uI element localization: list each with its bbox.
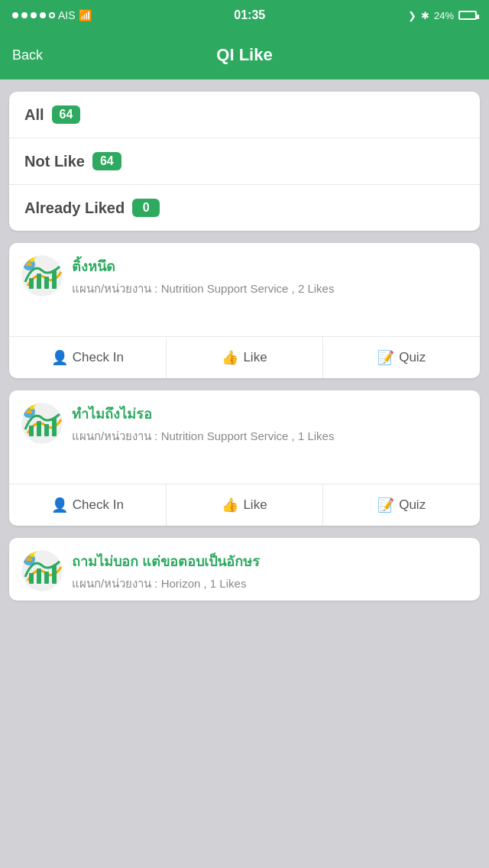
back-button[interactable]: Back	[12, 47, 43, 63]
svg-rect-15	[52, 418, 57, 436]
post-avatar-1	[21, 255, 63, 296]
post-card-2: ทำไมถึงไม่รอ แผนก/หน่วยงาน : Nutrition S…	[9, 390, 480, 526]
like-button-1[interactable]: 👍 Like	[167, 337, 324, 378]
signal-dot-5	[49, 12, 55, 18]
filter-not-like[interactable]: Not Like 64	[9, 138, 480, 185]
svg-rect-2	[37, 274, 41, 289]
like-icon-2: 👍	[222, 497, 238, 513]
like-button-2[interactable]: 👍 Like	[167, 484, 324, 526]
quiz-icon-1: 📝	[377, 349, 394, 366]
svg-rect-3	[44, 277, 49, 289]
checkin-label-2: Check In	[73, 497, 124, 513]
post-meta-2: แผนก/หน่วยงาน : Nutrition Support Servic…	[72, 428, 468, 444]
location-icon: ❯	[408, 10, 416, 21]
svg-point-29	[30, 552, 34, 557]
filter-already-liked-badge: 0	[132, 199, 160, 217]
filter-all[interactable]: All 64	[9, 92, 480, 138]
content-area: All 64 Not Like 64 Already Liked 0	[0, 79, 489, 625]
post-body-3: ถามไม่บอก แต่ขอตอบเป็นอักษร แผนก/หน่วยงา…	[9, 538, 480, 601]
svg-line-32	[28, 552, 30, 553]
post-info-1: ติ้งหนึด แผนก/หน่วยงาน : Nutrition Suppo…	[72, 255, 468, 296]
signal-dot-3	[31, 12, 37, 18]
like-icon-1: 👍	[222, 349, 238, 366]
post-info-3: ถามไม่บอก แต่ขอตอบเป็นอักษร แผนก/หน่วยงา…	[72, 550, 468, 591]
page-title: QI Like	[216, 45, 272, 65]
checkin-button-1[interactable]: 👤 Check In	[9, 337, 167, 378]
svg-rect-26	[52, 565, 57, 584]
svg-point-18	[30, 405, 34, 410]
post-body-2: ทำไมถึงไม่รอ แผนก/หน่วยงาน : Nutrition S…	[9, 390, 480, 453]
filter-not-like-badge: 64	[92, 152, 121, 170]
post-meta-3: แผนก/หน่วยงาน : Horizon , 1 Likes	[72, 575, 468, 591]
checkin-button-2[interactable]: 👤 Check In	[9, 484, 167, 526]
svg-line-10	[28, 257, 30, 258]
battery-label: 24%	[434, 10, 454, 21]
action-bar-1: 👤 Check In 👍 Like 📝 Quiz	[9, 336, 480, 378]
nav-bar: Back QI Like	[0, 31, 489, 79]
action-bar-2: 👤 Check In 👍 Like 📝 Quiz	[9, 484, 480, 526]
post-info-2: ทำไมถึงไม่รอ แผนก/หน่วยงาน : Nutrition S…	[72, 403, 468, 444]
signal-dot-2	[21, 12, 28, 18]
post-title-2: ทำไมถึงไม่รอ	[72, 403, 468, 425]
quiz-button-1[interactable]: 📝 Quiz	[323, 337, 480, 378]
svg-point-7	[30, 257, 34, 262]
post-card-3: ถามไม่บอก แต่ขอตอบเป็นอักษร แผนก/หน่วยงา…	[9, 538, 480, 601]
svg-rect-4	[52, 270, 57, 289]
post-body-1: ติ้งหนึด แผนก/หน่วยงาน : Nutrition Suppo…	[9, 243, 480, 306]
quiz-button-2[interactable]: 📝 Quiz	[323, 484, 480, 526]
quiz-icon-2: 📝	[377, 497, 394, 513]
status-right: ❯ ✱ 24%	[408, 10, 477, 21]
signal-dot-1	[12, 12, 18, 18]
post-avatar-3	[21, 550, 63, 591]
status-left: AIS 📶	[12, 9, 92, 21]
bluetooth-icon: ✱	[421, 10, 429, 21]
filter-already-liked[interactable]: Already Liked 0	[9, 185, 480, 231]
like-label-1: Like	[243, 350, 267, 365]
wifi-icon: 📶	[79, 9, 92, 21]
time-label: 01:35	[234, 8, 265, 22]
post-spacer-2	[9, 453, 480, 484]
svg-rect-1	[29, 278, 34, 289]
status-bar: AIS 📶 01:35 ❯ ✱ 24%	[0, 0, 489, 31]
quiz-label-1: Quiz	[399, 350, 426, 365]
checkin-icon-2: 👤	[51, 497, 68, 513]
filter-all-label: All	[24, 106, 44, 124]
battery-icon	[458, 11, 477, 20]
svg-rect-13	[37, 421, 41, 436]
filter-all-badge: 64	[52, 105, 81, 124]
checkin-label-1: Check In	[73, 350, 124, 365]
svg-rect-14	[44, 424, 49, 436]
quiz-label-2: Quiz	[399, 497, 426, 513]
post-title-3: ถามไม่บอก แต่ขอตอบเป็นอักษร	[72, 550, 468, 572]
svg-rect-25	[44, 572, 49, 584]
svg-rect-23	[29, 573, 34, 584]
signal-dot-4	[40, 12, 46, 18]
post-spacer-1	[9, 306, 480, 336]
svg-line-21	[28, 404, 30, 406]
post-meta-1: แผนก/หน่วยงาน : Nutrition Support Servic…	[72, 280, 468, 296]
svg-rect-24	[37, 568, 41, 584]
filter-already-liked-label: Already Liked	[24, 199, 125, 217]
post-card-1: ติ้งหนึด แผนก/หน่วยงาน : Nutrition Suppo…	[9, 243, 480, 378]
post-title-1: ติ้งหนึด	[72, 255, 468, 277]
filter-card: All 64 Not Like 64 Already Liked 0	[9, 92, 480, 231]
svg-rect-12	[29, 426, 34, 436]
carrier-label: AIS	[58, 9, 76, 21]
filter-not-like-label: Not Like	[24, 153, 85, 170]
post-avatar-2	[21, 403, 63, 444]
like-label-2: Like	[243, 497, 267, 513]
checkin-icon-1: 👤	[51, 349, 68, 366]
